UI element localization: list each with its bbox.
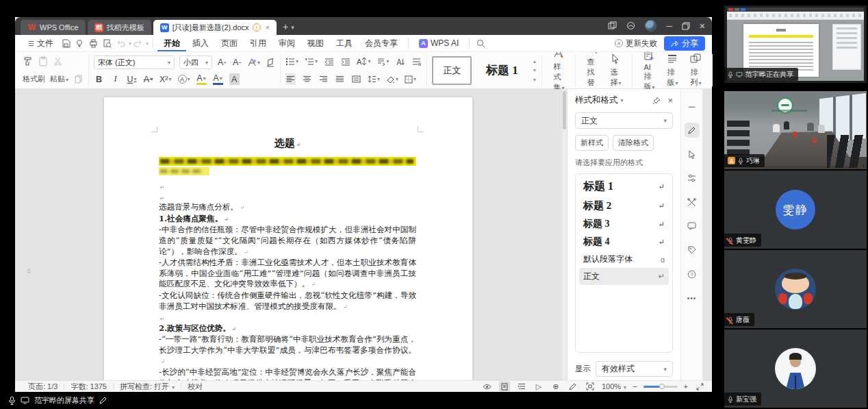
decrease-indent-icon[interactable] xyxy=(324,55,334,67)
video-tile-screen-share[interactable]: 范宇晔正在共享 xyxy=(724,5,867,83)
paste-label[interactable]: 粘贴▾ xyxy=(50,74,68,84)
grow-font-button[interactable]: A+ xyxy=(217,57,227,69)
zoom-slider-knob[interactable] xyxy=(659,384,665,389)
skin-icon[interactable] xyxy=(626,21,635,30)
scrollbar-thumb[interactable] xyxy=(563,91,566,129)
close-panel-icon[interactable]: × xyxy=(667,95,673,106)
close-tab-icon[interactable]: × xyxy=(266,23,270,32)
document-scrollbar[interactable] xyxy=(561,89,567,380)
share-button[interactable]: 分享 xyxy=(664,36,705,51)
clear-format-icon[interactable] xyxy=(265,57,275,69)
align-right-icon[interactable] xyxy=(318,73,329,85)
user-avatar[interactable] xyxy=(645,20,656,32)
style-item-heading2[interactable]: 标题 2↵ xyxy=(579,197,669,215)
paragraph[interactable] xyxy=(159,312,416,323)
align-center-icon[interactable] xyxy=(302,73,312,85)
current-style-dropdown[interactable]: 正文▾ xyxy=(575,112,673,129)
style-item-heading1[interactable]: 标题 1↵ xyxy=(579,177,669,197)
new-style-button[interactable]: 新样式 xyxy=(575,135,609,151)
select-button[interactable]: 选择▾ xyxy=(604,53,627,88)
align-justify-icon[interactable] xyxy=(335,73,345,85)
word-count[interactable]: 字数: 1375 xyxy=(64,382,113,392)
tab-docer-templates[interactable]: 稻 找稻壳模板 xyxy=(88,20,151,35)
format-painter-icon[interactable] xyxy=(23,55,33,67)
shading-icon[interactable]: ▾ xyxy=(386,73,398,85)
paragraph[interactable]: 2.政策与区位优势。 xyxy=(159,323,416,335)
font-size-select[interactable]: 小四▾ xyxy=(179,55,212,69)
paragraph[interactable]: -人才供需结构性矛盾：非洲工业化亟需技术人才，但本土职业技术教育体系薄弱，中国企… xyxy=(159,258,416,290)
text-effect-icon[interactable]: ▾ xyxy=(247,57,260,69)
outline-view-icon[interactable] xyxy=(516,382,527,391)
page-view-icon[interactable] xyxy=(499,382,510,391)
zoom-out-icon[interactable]: − xyxy=(633,382,637,391)
menu-tools[interactable]: 工具 xyxy=(330,36,359,51)
ai-layout-button[interactable]: AI 排版▾ xyxy=(637,49,661,92)
comment-icon[interactable] xyxy=(685,219,700,234)
panel-title-chevron-icon[interactable]: ▾ xyxy=(621,97,624,103)
proofread-button[interactable]: 校对 xyxy=(181,382,209,392)
page-indicator[interactable]: 页面: 1/3 xyxy=(22,382,64,392)
save-icon[interactable] xyxy=(60,36,73,50)
web-view-icon[interactable]: ⊕ xyxy=(550,382,561,391)
file-menu[interactable]: ☰文件 xyxy=(22,36,60,51)
menu-page[interactable]: 页面 xyxy=(215,36,244,51)
increase-indent-icon[interactable] xyxy=(340,55,350,67)
format-painter-label[interactable]: 格式刷 xyxy=(23,74,45,84)
paragraph[interactable]: -文化认同缺位：传统合作侧重硬件输出，忽视“软性文化纽带”构建，导致非洲员工对中… xyxy=(159,290,416,312)
more-icon[interactable]: ••• xyxy=(685,290,700,306)
show-filter-dropdown[interactable]: 有效样式▾ xyxy=(596,361,673,377)
spellcheck-status[interactable]: 拼写检查: 打开 ▾ xyxy=(114,382,181,392)
bold-button[interactable]: B xyxy=(94,73,104,85)
fullscreen-icon[interactable] xyxy=(694,382,705,391)
drag-handle-icon[interactable]: ⠿ xyxy=(27,271,32,273)
eye-protect-icon[interactable] xyxy=(482,382,493,391)
align-left-icon[interactable] xyxy=(285,73,296,85)
redo-chevron-icon[interactable]: ▾ xyxy=(146,40,149,47)
paragraph[interactable]: -长沙的“中非经贸高地”定位：中非经贸博览会永久落户长沙，聚焦产能合作与人才培养… xyxy=(159,367,416,380)
style-gallery-spinner[interactable]: ▲▼▼ xyxy=(532,58,537,84)
fit-page-icon[interactable] xyxy=(585,382,596,391)
video-tile-room[interactable]: 巧琳 xyxy=(724,91,867,169)
adjust-icon[interactable] xyxy=(685,171,700,186)
close-window-icon[interactable]: × xyxy=(700,21,705,32)
sort-icon[interactable] xyxy=(395,55,405,67)
style-item-normal[interactable]: 正文↵ xyxy=(579,268,669,285)
strikethrough-button[interactable]: A▾ xyxy=(143,73,153,85)
collapse-icon[interactable]: ─ xyxy=(685,99,700,114)
font-color-button[interactable]: A▾ xyxy=(213,73,223,85)
shrink-font-button[interactable]: A− xyxy=(232,57,242,69)
menu-view[interactable]: 视图 xyxy=(301,36,330,51)
highlight-color-button[interactable]: A▾ xyxy=(196,73,207,85)
underline-button[interactable]: U▾ xyxy=(127,73,137,85)
style-chip-normal[interactable]: 正文 xyxy=(432,56,472,85)
spin-down-icon[interactable]: ▼ xyxy=(532,68,537,73)
italic-button[interactable]: I xyxy=(110,73,120,85)
numbered-list-icon[interactable]: ▾ xyxy=(305,55,318,67)
search-icon[interactable] xyxy=(474,36,487,50)
style-item-heading3[interactable]: 标题 3↵ xyxy=(579,215,669,233)
spin-up-icon[interactable]: ▲ xyxy=(532,59,537,64)
undo-icon[interactable] xyxy=(114,36,128,50)
video-tile-wenjing[interactable]: 雯静 黄雯静 xyxy=(724,171,867,249)
update-status[interactable]: ✕更新失败 xyxy=(615,38,657,49)
layout-button[interactable]: 排版▾ xyxy=(661,53,684,88)
style-set-button[interactable]: 样式集▾ xyxy=(547,48,570,92)
restore-icon[interactable] xyxy=(682,22,690,30)
borders-icon[interactable]: ▾ xyxy=(405,73,416,85)
distribute-icon[interactable] xyxy=(351,73,361,85)
paragraph[interactable]: -中非合作的信任瓶颈：尽管中非经贸合作规模扩大，但非洲社会对中国制造的“质量质疑… xyxy=(159,225,416,258)
style-chip-heading1[interactable]: 标题 1 xyxy=(477,55,526,86)
pin-icon[interactable] xyxy=(652,97,661,105)
doc-title[interactable]: 选题 xyxy=(159,137,416,150)
text-direction-icon[interactable]: ▾ xyxy=(376,55,389,67)
paste-icon[interactable] xyxy=(38,55,48,67)
redo-icon[interactable] xyxy=(131,36,145,50)
menu-reference[interactable]: 引用 xyxy=(244,36,272,51)
zoom-level[interactable]: 100% ▾ xyxy=(602,382,626,391)
edit-pen-icon[interactable] xyxy=(685,123,700,138)
phonetic-guide-button[interactable]: A▾ xyxy=(178,73,190,85)
paragraph[interactable]: 选题背景与痛点分析。 xyxy=(159,202,416,214)
tab-list-chevron-icon[interactable]: ▾ xyxy=(291,24,294,31)
video-tile-xinbaoqiang[interactable]: 新宝强 xyxy=(724,330,867,408)
paragraph[interactable]: 1.社会痛点聚焦。 xyxy=(159,214,416,225)
